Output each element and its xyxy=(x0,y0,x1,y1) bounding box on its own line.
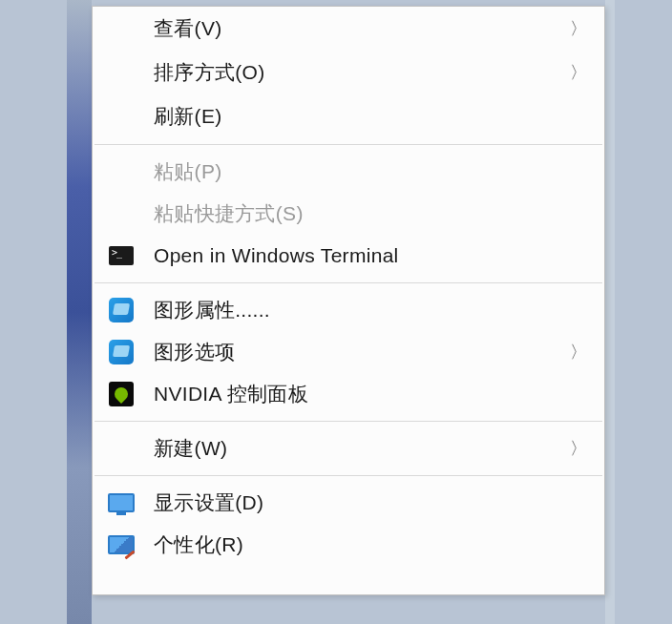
menu-label: Open in Windows Terminal xyxy=(154,244,399,267)
menu-label: 个性化(R) xyxy=(154,531,243,558)
menu-item-paste-shortcut: 粘贴快捷方式(S) xyxy=(93,193,604,235)
desktop-context-menu: 查看(V) 〉 排序方式(O) 〉 刷新(E) 粘贴(P) 粘贴快捷方式(S) … xyxy=(92,6,605,595)
menu-separator xyxy=(94,421,602,422)
empty-icon xyxy=(106,435,136,462)
chevron-right-icon: 〉 xyxy=(570,437,587,460)
chevron-right-icon: 〉 xyxy=(570,341,587,364)
menu-item-sort[interactable]: 排序方式(O) 〉 xyxy=(93,51,604,94)
menu-label: 显示设置(D) xyxy=(154,489,263,516)
menu-label: 图形属性...... xyxy=(154,297,270,323)
personalize-icon xyxy=(106,531,136,558)
menu-item-graphics-properties[interactable]: 图形属性...... xyxy=(93,289,604,331)
empty-icon xyxy=(106,158,136,185)
menu-item-paste: 粘贴(P) xyxy=(93,151,604,193)
chevron-right-icon: 〉 xyxy=(570,17,587,40)
menu-label: 图形选项 xyxy=(154,339,235,365)
menu-label: 刷新(E) xyxy=(154,103,222,130)
menu-separator xyxy=(94,282,602,283)
menu-item-view[interactable]: 查看(V) 〉 xyxy=(93,7,604,51)
menu-item-new[interactable]: 新建(W) 〉 xyxy=(93,427,604,469)
chevron-right-icon: 〉 xyxy=(570,61,587,84)
menu-item-nvidia[interactable]: NVIDIA 控制面板 xyxy=(93,373,604,415)
nvidia-icon xyxy=(106,381,136,407)
menu-label: 排序方式(O) xyxy=(154,59,264,86)
menu-label: 粘贴快捷方式(S) xyxy=(154,200,304,227)
menu-item-terminal[interactable]: Open in Windows Terminal xyxy=(93,235,604,277)
menu-item-graphics-options[interactable]: 图形选项 〉 xyxy=(93,331,604,373)
empty-icon xyxy=(106,59,136,86)
menu-label: 粘贴(P) xyxy=(154,158,222,185)
intel-graphics-icon xyxy=(106,339,136,365)
empty-icon xyxy=(106,200,136,227)
menu-label: NVIDIA 控制面板 xyxy=(154,381,308,407)
menu-item-display-settings[interactable]: 显示设置(D) xyxy=(93,482,604,524)
menu-label: 查看(V) xyxy=(154,15,222,42)
menu-item-personalize[interactable]: 个性化(R) xyxy=(93,524,604,566)
display-icon xyxy=(106,489,136,516)
menu-separator xyxy=(94,144,602,145)
menu-label: 新建(W) xyxy=(154,435,227,462)
terminal-icon xyxy=(106,242,136,269)
menu-separator xyxy=(94,475,602,476)
intel-graphics-icon xyxy=(106,297,136,323)
menu-item-refresh[interactable]: 刷新(E) xyxy=(93,94,604,138)
empty-icon xyxy=(106,15,136,42)
desktop-background-right xyxy=(605,0,615,624)
empty-icon xyxy=(106,103,136,130)
desktop-background-strip xyxy=(67,0,92,624)
